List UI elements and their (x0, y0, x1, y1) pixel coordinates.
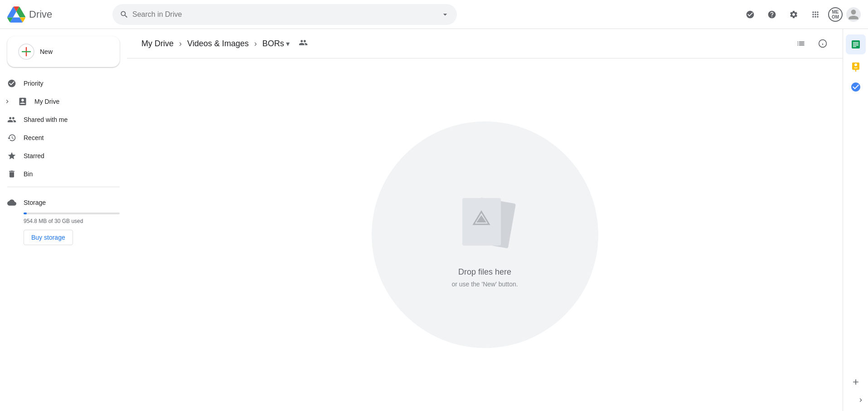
shared-with-me-label: Shared with me (24, 116, 68, 123)
apps-button[interactable] (806, 5, 824, 24)
breadcrumb-right-actions (792, 34, 832, 53)
list-view-button[interactable] (792, 34, 810, 53)
drop-title: Drop files here (458, 267, 511, 277)
storage-used-text: 954.8 MB of 30 GB used (24, 218, 120, 224)
shared-with-me-icon (7, 115, 16, 124)
priority-icon (7, 79, 16, 88)
app-title: Drive (29, 9, 52, 20)
drive-logo-icon (7, 5, 25, 24)
my-drive-label: My Drive (34, 98, 59, 105)
avatar-icon (846, 7, 861, 22)
search-input[interactable] (132, 10, 437, 19)
svg-point-16 (854, 63, 857, 66)
drop-subtitle: or use the 'New' button. (451, 280, 518, 288)
bin-icon (7, 169, 16, 179)
avatar-button[interactable] (846, 7, 861, 22)
breadcrumb-dropdown-icon[interactable]: ▾ (286, 39, 290, 48)
sheets-panel-button[interactable] (846, 34, 866, 54)
sidebar-item-recent[interactable]: Recent (0, 129, 120, 147)
recent-icon (7, 133, 16, 142)
right-panel (843, 29, 868, 411)
svg-rect-11 (853, 42, 858, 43)
tasks-panel-button[interactable] (847, 78, 865, 96)
sidebar-item-shared[interactable]: Shared with me (0, 111, 120, 129)
add-icon (851, 377, 860, 387)
sidebar: New Priority My Drive Shared with me (0, 29, 127, 411)
breadcrumb-separator-2: › (254, 39, 257, 48)
storage-bar-container (24, 213, 120, 214)
breadcrumb-current-label: BORs (262, 39, 284, 48)
settings-icon (789, 10, 798, 19)
my-drive-expand-arrow[interactable] (4, 98, 11, 105)
info-icon (818, 39, 827, 48)
storage-bar (24, 213, 27, 214)
new-plus-icon (18, 44, 34, 60)
priority-label: Priority (24, 80, 44, 87)
search-icon (120, 10, 129, 19)
apps-icon (811, 10, 820, 19)
new-button[interactable]: New (7, 36, 120, 67)
storage-label-row: Storage (7, 194, 120, 211)
logo-area: Drive (7, 5, 107, 24)
drop-files-icon (449, 182, 521, 256)
sidebar-item-starred[interactable]: Starred (0, 147, 120, 165)
svg-rect-12 (853, 44, 858, 44)
share-folder-icon[interactable] (299, 38, 308, 49)
storage-section: Storage 954.8 MB of 30 GB used Buy stora… (0, 191, 127, 249)
starred-icon (7, 151, 16, 160)
svg-rect-14 (853, 46, 856, 47)
svg-rect-17 (854, 68, 858, 68)
list-view-icon (796, 39, 805, 48)
content-area: My Drive › Videos & Images › BORs ▾ (127, 29, 843, 411)
starred-label: Starred (24, 152, 44, 160)
sidebar-item-my-drive[interactable]: My Drive (0, 92, 120, 111)
add-panel-button[interactable] (847, 373, 865, 391)
storage-icon (7, 198, 16, 207)
breadcrumb-videos-images[interactable]: Videos & Images (184, 37, 252, 50)
drop-zone: Drop files here or use the 'New' button. (127, 58, 843, 411)
bin-label: Bin (24, 170, 33, 178)
keep-panel-button[interactable] (847, 58, 865, 76)
right-panel-expand-button[interactable] (843, 393, 868, 407)
drop-circle: Drop files here or use the 'New' button. (372, 121, 598, 348)
settings-button[interactable] (785, 5, 803, 24)
storage-text: Storage (24, 199, 46, 206)
completed-tasks-icon (746, 10, 755, 19)
help-icon (767, 10, 776, 19)
svg-rect-18 (855, 70, 856, 72)
completed-tasks-button[interactable] (741, 5, 759, 24)
sidebar-item-priority[interactable]: Priority (0, 74, 120, 92)
keep-icon (850, 62, 861, 73)
tasks-icon (850, 82, 861, 92)
main-container: New Priority My Drive Shared with me (0, 29, 868, 411)
account-memo-button[interactable]: MEOM (828, 7, 843, 22)
sidebar-item-bin[interactable]: Bin (0, 165, 120, 183)
info-button[interactable] (814, 34, 832, 53)
breadcrumb-bar: My Drive › Videos & Images › BORs ▾ (127, 29, 843, 58)
svg-rect-10 (852, 40, 860, 48)
my-drive-icon (18, 97, 27, 106)
new-button-label: New (40, 48, 53, 55)
topbar: Drive MEOM (0, 0, 868, 29)
recent-label: Recent (24, 134, 44, 141)
search-dropdown-icon[interactable] (441, 10, 450, 19)
breadcrumb-bors[interactable]: BORs ▾ (259, 37, 293, 50)
breadcrumb-my-drive[interactable]: My Drive (138, 37, 177, 50)
sheets-icon (850, 39, 861, 50)
svg-rect-13 (853, 45, 858, 46)
sidebar-divider (7, 187, 120, 187)
buy-storage-button[interactable]: Buy storage (24, 230, 73, 245)
breadcrumb-separator-1: › (179, 39, 182, 48)
search-bar[interactable] (112, 4, 457, 25)
topbar-right-actions: MEOM (741, 5, 861, 24)
empty-folder-illustration (449, 182, 521, 255)
help-button[interactable] (763, 5, 781, 24)
